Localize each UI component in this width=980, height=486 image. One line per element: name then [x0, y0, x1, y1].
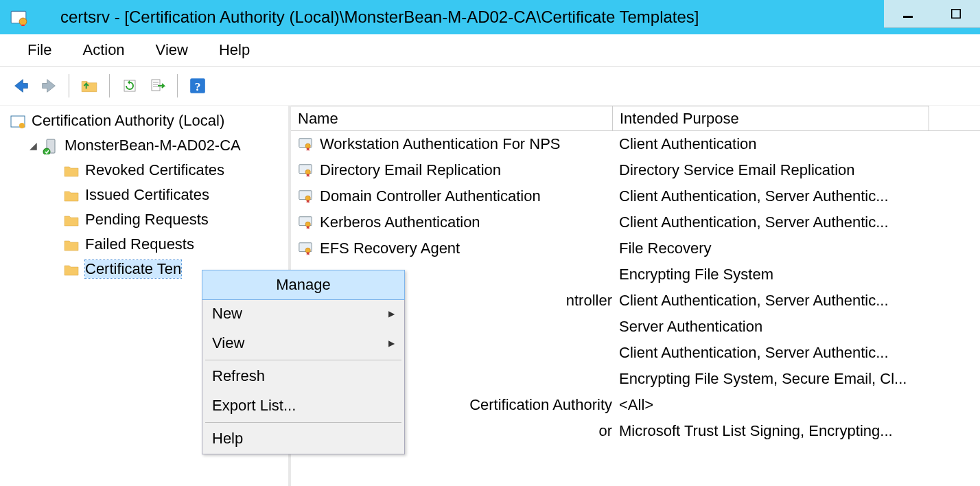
tree-root[interactable]: Certification Authority (Local): [0, 108, 288, 133]
list-row[interactable]: EFS Recovery AgentFile Recovery: [291, 235, 980, 262]
tree-leaf-label: Revoked Certificates: [85, 161, 224, 179]
context-menu-item[interactable]: View▶: [202, 329, 404, 358]
svg-point-22: [305, 222, 310, 227]
list-row[interactable]: Directory Email ReplicationDirectory Ser…: [291, 157, 980, 183]
toolbar: ?: [0, 67, 980, 105]
toolbar-separator: [109, 74, 110, 97]
ca-root-icon: [10, 113, 26, 128]
certificate-icon: [298, 137, 313, 152]
svg-point-12: [19, 123, 25, 128]
cell-name: Directory Email Replication: [291, 161, 612, 179]
folder-icon: [63, 237, 80, 252]
context-menu: ManageNew▶View▶RefreshExport List...Help: [202, 270, 405, 454]
cell-purpose: File Recovery: [612, 240, 976, 257]
context-menu-item[interactable]: Manage: [202, 270, 405, 300]
help-button[interactable]: ?: [186, 74, 209, 97]
export-button[interactable]: [145, 74, 169, 97]
context-menu-label: Help: [212, 430, 243, 448]
svg-rect-3: [951, 9, 961, 19]
folder-icon: [63, 212, 80, 227]
tree-root-label: Certification Authority (Local): [32, 112, 224, 130]
context-menu-item[interactable]: Export List...: [202, 391, 404, 421]
titlebar: certsrv - [Certification Authority (Loca…: [0, 0, 980, 34]
cell-purpose: Client Authentication: [612, 135, 976, 153]
toolbar-separator: [177, 74, 178, 97]
window-controls: [884, 0, 980, 34]
certificate-icon: [298, 215, 313, 230]
submenu-arrow-icon: ▶: [388, 309, 395, 319]
expander-icon[interactable]: ◢: [27, 140, 38, 151]
folder-icon: [63, 163, 80, 178]
certificate-icon: [298, 189, 313, 204]
submenu-arrow-icon: ▶: [388, 338, 395, 348]
certificate-icon: [298, 163, 313, 178]
svg-text:?: ?: [195, 80, 201, 93]
context-menu-label: View: [212, 334, 244, 352]
cell-purpose: Microsoft Trust List Signing, Encrypting…: [612, 422, 976, 440]
tree-leaf-label: Issued Certificates: [85, 186, 209, 204]
server-icon: [43, 138, 59, 153]
tree-leaf[interactable]: Revoked Certificates: [0, 158, 288, 183]
list-header: Name Intended Purpose: [291, 106, 980, 131]
svg-point-18: [305, 170, 310, 174]
cell-name: EFS Recovery Agent: [291, 240, 612, 257]
menu-divider: [205, 422, 401, 423]
window-title: certsrv - [Certification Authority (Loca…: [60, 8, 699, 27]
maximize-button[interactable]: [932, 0, 980, 28]
column-header-purpose[interactable]: Intended Purpose: [613, 106, 929, 130]
tree-leaf-label: Failed Requests: [85, 235, 194, 253]
cell-purpose: Client Authentication, Server Authentic.…: [612, 292, 976, 310]
menu-action[interactable]: Action: [75, 38, 131, 62]
tree-leaf[interactable]: Issued Certificates: [0, 183, 288, 207]
cell-purpose: <All>: [612, 396, 976, 414]
forward-button[interactable]: [37, 74, 60, 97]
cell-purpose: Encrypting File System, Secure Email, Cl…: [612, 370, 976, 388]
cell-purpose: Directory Service Email Replication: [612, 161, 976, 179]
certificate-icon: [298, 241, 313, 256]
cell-name: Domain Controller Authentication: [291, 187, 612, 205]
tree-leaf[interactable]: Pending Requests: [0, 207, 288, 232]
context-menu-label: New: [212, 305, 242, 323]
cell-purpose: Client Authentication, Server Authentic.…: [612, 187, 976, 205]
cell-name: Workstation Authentication For NPS: [291, 135, 612, 153]
menu-divider: [205, 360, 401, 360]
cell-name: Kerberos Authentication: [291, 213, 612, 231]
up-folder-button[interactable]: [78, 74, 101, 97]
cell-purpose: Client Authentication, Server Authentic.…: [612, 344, 976, 362]
tree-leaf-label: Pending Requests: [85, 211, 209, 229]
svg-point-16: [305, 143, 310, 148]
context-menu-item[interactable]: Help: [202, 424, 404, 454]
tree-leaf[interactable]: Failed Requests: [0, 232, 288, 257]
folder-icon: [63, 187, 80, 202]
menubar: File Action View Help: [0, 34, 980, 67]
tree-ca-label: MonsterBean-M-AD02-CA: [65, 137, 241, 154]
context-menu-label: Refresh: [212, 367, 265, 385]
list-row[interactable]: Kerberos AuthenticationClient Authentica…: [291, 209, 980, 235]
context-menu-label: Export List...: [212, 397, 296, 415]
menu-view[interactable]: View: [149, 38, 195, 62]
tree-ca-node[interactable]: ◢ MonsterBean-M-AD02-CA: [0, 133, 288, 158]
context-menu-item[interactable]: New▶: [202, 299, 404, 329]
column-header-name[interactable]: Name: [291, 106, 613, 130]
svg-point-1: [19, 18, 27, 25]
menu-file[interactable]: File: [21, 38, 58, 62]
menu-help[interactable]: Help: [212, 38, 257, 62]
context-menu-label: Manage: [276, 276, 331, 294]
toolbar-separator: [69, 74, 69, 97]
app-icon: [10, 8, 27, 26]
svg-point-24: [305, 248, 310, 253]
folder-icon: [63, 262, 80, 277]
list-row[interactable]: Domain Controller AuthenticationClient A…: [291, 183, 980, 209]
cell-purpose: Client Authentication, Server Authentic.…: [612, 213, 976, 231]
refresh-button[interactable]: [118, 74, 141, 97]
svg-point-20: [305, 196, 310, 200]
cell-purpose: Server Authentication: [612, 318, 976, 336]
svg-rect-2: [903, 16, 913, 18]
context-menu-item[interactable]: Refresh: [202, 362, 404, 391]
tree-leaf-label: Certificate Ten: [85, 260, 181, 278]
cell-purpose: Encrypting File System: [612, 266, 976, 284]
list-row[interactable]: Workstation Authentication For NPSClient…: [291, 131, 980, 157]
minimize-button[interactable]: [884, 0, 932, 28]
back-button[interactable]: [10, 74, 33, 97]
workarea: Certification Authority (Local) ◢ Monste…: [0, 105, 980, 486]
